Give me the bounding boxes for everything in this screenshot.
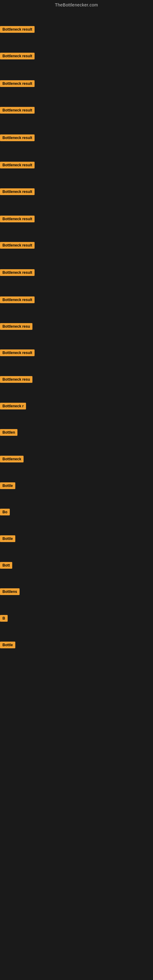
bottleneck-item: Bottleneck result — [0, 162, 35, 170]
bottleneck-badge: Bottleneck resu — [0, 376, 32, 383]
bottleneck-badge: Bottle — [0, 482, 15, 489]
bottleneck-badge: B — [0, 615, 8, 622]
bottleneck-item: Bottleneck result — [0, 134, 35, 142]
bottleneck-badge: Bottleneck result — [0, 242, 35, 249]
bottleneck-badge: Bottleneck result — [0, 188, 35, 195]
bottleneck-badge: Bottleneck result — [0, 269, 35, 276]
bottleneck-item: Bottleneck r — [0, 403, 26, 411]
bottleneck-badge: Bottleneck r — [0, 403, 26, 409]
bottleneck-badge: Bo — [0, 509, 10, 515]
site-title: TheBottlenecker.com — [0, 0, 153, 9]
bottleneck-item: Bottleneck resu — [0, 323, 32, 331]
bottleneck-item: Bottleneck result — [0, 80, 35, 88]
bottleneck-item: Bottlen — [0, 429, 18, 437]
bottleneck-badge: Bottleneck result — [0, 134, 35, 141]
bottleneck-item: Bottle — [0, 535, 15, 543]
bottleneck-item: Bottleneck result — [0, 269, 35, 277]
bottleneck-item: Bottleneck result — [0, 107, 35, 115]
bottleneck-badge: Bottleneck result — [0, 162, 35, 169]
bottleneck-badge: Bottleneck — [0, 456, 24, 463]
bottleneck-item: Bottleneck result — [0, 188, 35, 196]
bottleneck-item: Bottlens — [0, 588, 19, 596]
bottleneck-item: Bottleneck — [0, 456, 24, 464]
bottleneck-item: B — [0, 615, 8, 623]
bottleneck-item: Bottleneck result — [0, 350, 35, 357]
bottleneck-badge: Bottleneck result — [0, 26, 35, 33]
bottleneck-badge: Bottleneck result — [0, 350, 35, 356]
bottleneck-item: Bottleneck result — [0, 26, 35, 34]
bottleneck-badge: Bottleneck result — [0, 80, 35, 87]
bottleneck-badge: Bottlens — [0, 588, 19, 595]
bottleneck-item: Bottle — [0, 482, 15, 490]
bottleneck-badge: Bottleneck result — [0, 107, 35, 114]
bottleneck-item: Bottleneck result — [0, 296, 35, 304]
bottleneck-item: Bottleneck result — [0, 52, 35, 60]
bottleneck-badge: Bottleneck result — [0, 296, 35, 303]
bottleneck-item: Bottleneck result — [0, 242, 35, 250]
bottleneck-badge: Bottlen — [0, 429, 18, 436]
bottleneck-badge: Bottleneck result — [0, 52, 35, 59]
bottleneck-item: Bottle — [0, 641, 15, 649]
bottleneck-badge: Bottleneck result — [0, 216, 35, 222]
bottleneck-badge: Bottle — [0, 641, 15, 648]
bottleneck-item: Bottleneck resu — [0, 376, 32, 384]
bottleneck-item: Bott — [0, 562, 12, 570]
bottleneck-item: Bottleneck result — [0, 216, 35, 224]
bottleneck-badge: Bottleneck resu — [0, 323, 32, 330]
bottleneck-item: Bo — [0, 509, 10, 517]
bottleneck-badge: Bottle — [0, 535, 15, 542]
bottleneck-badge: Bott — [0, 562, 12, 569]
